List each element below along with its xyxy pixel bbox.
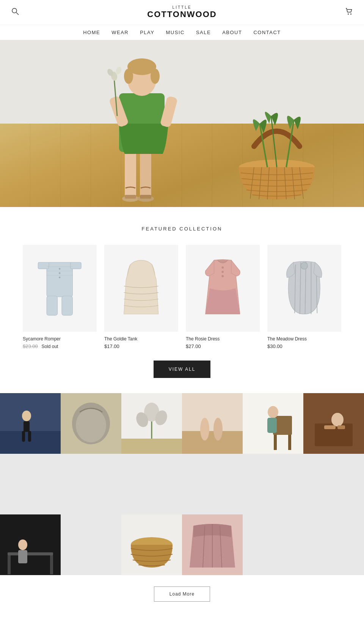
- sold-out-romper: Sold out: [41, 344, 58, 349]
- product-price-meadow: $30.00: [267, 343, 341, 349]
- rosie-svg: [197, 258, 249, 319]
- ig-item-15[interactable]: [121, 514, 182, 575]
- svg-rect-32: [47, 262, 72, 297]
- hero-basket: [233, 108, 320, 207]
- nav-contact[interactable]: CONTACT: [253, 30, 281, 35]
- ig-item-7[interactable]: [0, 454, 61, 514]
- load-more-button[interactable]: Load More: [154, 586, 210, 602]
- cart-icon[interactable]: [345, 8, 353, 17]
- nav-sale[interactable]: SALE: [196, 30, 211, 35]
- product-name-romper: Sycamore Romper: [23, 336, 97, 342]
- svg-rect-68: [182, 431, 243, 454]
- ig-item-16[interactable]: [182, 514, 243, 575]
- ig-item-10[interactable]: [182, 454, 243, 514]
- hero-section: [0, 40, 364, 207]
- product-price-romper: $23.00 Sold out: [23, 343, 97, 349]
- svg-rect-4: [125, 146, 136, 199]
- nav-wear[interactable]: WEAR: [111, 30, 129, 35]
- product-price-tank: $17.00: [104, 343, 178, 349]
- product-price-rosie: $27.00: [186, 343, 260, 349]
- product-image-tank: [104, 245, 178, 332]
- ig-item-3[interactable]: [121, 393, 182, 454]
- svg-point-20: [151, 69, 160, 84]
- view-all-button[interactable]: VIEW ALL: [154, 361, 211, 378]
- products-grid: Sycamore Romper $23.00 Sold out: [23, 245, 341, 349]
- main-nav: HOME WEAR PLAY MUSIC SALE ABOUT CONTACT: [0, 25, 364, 40]
- svg-rect-74: [288, 435, 291, 450]
- original-price-romper: $23.00: [23, 343, 38, 349]
- svg-rect-81: [337, 425, 345, 429]
- load-more-wrapper: Load More: [0, 575, 364, 613]
- svg-rect-9: [140, 195, 151, 199]
- ig-item-13[interactable]: [0, 514, 61, 575]
- svg-line-30: [271, 116, 277, 167]
- ig-item-18[interactable]: [303, 514, 364, 575]
- newsletter-section: Join our mailing list SUBSCRIBE: [0, 613, 364, 624]
- ig-item-9[interactable]: [121, 454, 182, 514]
- nav-play[interactable]: PLAY: [140, 30, 154, 35]
- logo-main: COTTONWOOD: [147, 9, 217, 19]
- product-card-rosie[interactable]: The Rosie Dress $27.00: [186, 245, 260, 349]
- ig-item-4[interactable]: [182, 393, 243, 454]
- svg-point-19: [124, 69, 133, 84]
- svg-rect-85: [50, 555, 53, 574]
- ig-item-8[interactable]: [61, 454, 121, 514]
- featured-title: FEATURED COLLECTION: [23, 226, 341, 232]
- svg-rect-33: [38, 262, 49, 269]
- svg-point-79: [331, 413, 344, 426]
- svg-point-0: [12, 8, 17, 13]
- nav-music[interactable]: MUSIC: [166, 30, 184, 35]
- ig-item-17[interactable]: [243, 514, 303, 575]
- svg-point-39: [59, 277, 61, 279]
- svg-point-60: [76, 408, 106, 442]
- svg-rect-5: [140, 146, 151, 199]
- svg-rect-76: [267, 418, 277, 433]
- svg-point-75: [268, 406, 278, 418]
- product-image-romper: [23, 245, 97, 332]
- nav-about[interactable]: ABOUT: [222, 30, 242, 35]
- ig-item-5[interactable]: [243, 393, 303, 454]
- svg-point-3: [350, 14, 351, 15]
- meadow-svg: [278, 258, 330, 319]
- svg-rect-34: [71, 262, 81, 269]
- svg-point-2: [348, 14, 349, 15]
- tank-svg: [115, 258, 167, 319]
- product-name-meadow: The Meadow Dress: [267, 336, 341, 342]
- svg-point-54: [22, 411, 31, 421]
- svg-rect-55: [24, 421, 30, 432]
- ig-item-11[interactable]: [243, 454, 303, 514]
- svg-rect-36: [62, 296, 72, 315]
- svg-rect-73: [274, 435, 277, 450]
- site-logo[interactable]: LITTLE COTTONWOOD: [147, 5, 217, 19]
- product-image-meadow: [267, 245, 341, 332]
- svg-point-86: [18, 539, 27, 550]
- ig-item-14[interactable]: [61, 514, 121, 575]
- product-name-tank: The Goldie Tank: [104, 336, 178, 342]
- ig-item-12[interactable]: [303, 454, 364, 514]
- product-card-tank[interactable]: The Goldie Tank $17.00: [104, 245, 178, 349]
- logo-little: LITTLE: [147, 5, 217, 9]
- svg-point-38: [59, 273, 61, 274]
- svg-point-69: [200, 418, 209, 441]
- svg-rect-83: [8, 552, 53, 555]
- ig-item-6[interactable]: [303, 393, 364, 454]
- svg-point-51: [301, 262, 308, 269]
- instagram-grid: [0, 393, 364, 575]
- svg-line-1: [16, 13, 19, 15]
- search-icon[interactable]: [11, 8, 19, 17]
- hero-child-figure: [102, 48, 185, 207]
- ig-item-1[interactable]: [0, 393, 61, 454]
- svg-rect-84: [8, 555, 11, 574]
- product-card-romper[interactable]: Sycamore Romper $23.00 Sold out: [23, 245, 97, 349]
- site-header: LITTLE COTTONWOOD: [0, 0, 364, 25]
- view-all-wrapper: VIEW ALL: [23, 361, 341, 378]
- svg-rect-87: [18, 550, 27, 563]
- product-card-meadow[interactable]: The Meadow Dress $30.00: [267, 245, 341, 349]
- ig-item-2[interactable]: [61, 393, 121, 454]
- svg-point-45: [222, 275, 224, 278]
- svg-rect-66: [121, 439, 182, 454]
- product-name-rosie: The Rosie Dress: [186, 336, 260, 342]
- nav-home[interactable]: HOME: [83, 30, 100, 35]
- svg-point-44: [222, 271, 224, 273]
- svg-point-43: [222, 267, 224, 269]
